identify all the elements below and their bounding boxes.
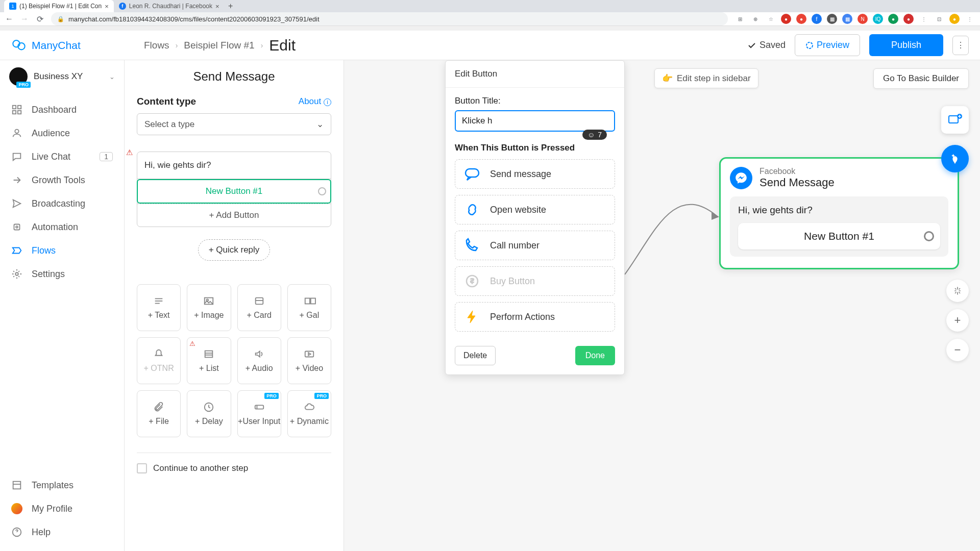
button-title-input[interactable] — [455, 110, 615, 132]
checkbox[interactable] — [137, 463, 147, 473]
delete-button[interactable]: Delete — [455, 346, 496, 365]
browser-tab[interactable]: f Leon R. Chaudhari | Facebook × — [114, 0, 225, 12]
emoji-icon[interactable]: ☺ — [587, 131, 595, 139]
ext-icon[interactable]: ● — [781, 14, 791, 24]
svg-rect-4 — [18, 106, 21, 109]
star-icon[interactable]: ☆ — [766, 14, 776, 24]
node-port[interactable] — [924, 231, 934, 241]
ext-icon[interactable]: ● — [903, 14, 914, 24]
action-call-number[interactable]: Call number — [455, 231, 615, 260]
ext-icon[interactable]: ⊡ — [934, 14, 944, 24]
app: ManyChat Flows › Beispiel Flow #1 › Edit… — [0, 31, 980, 551]
logo[interactable]: ManyChat — [11, 38, 118, 53]
sidebar-item-livechat[interactable]: Live Chat 1 — [0, 145, 124, 168]
ext-icon[interactable]: ● — [888, 14, 898, 24]
block-user-input[interactable]: PRO+User Input — [237, 390, 281, 437]
pro-badge: PRO — [264, 393, 279, 399]
ext-icon[interactable]: ⋮ — [919, 14, 929, 24]
block-video[interactable]: + Video — [287, 337, 331, 384]
block-gallery[interactable]: + Gal — [287, 284, 331, 331]
block-list[interactable]: ⚠+ List — [187, 337, 231, 384]
sidebar-item-templates[interactable]: Templates — [0, 473, 124, 497]
button-row-selected[interactable]: New Button #1 — [137, 179, 331, 204]
message-card[interactable]: ⚠ Hi, wie gehts dir? New Button #1 + Add… — [137, 152, 331, 227]
logo-text: ManyChat — [32, 39, 81, 52]
sidebar-item-automation[interactable]: Automation — [0, 215, 124, 239]
add-step-button[interactable] — [941, 106, 969, 134]
browser-tab-active[interactable]: 1 (1) Beispiel Flow #1 | Edit Con × — [4, 0, 114, 12]
url-text: manychat.com/fb181039443240830​9/cms/fil… — [68, 15, 320, 23]
topbar: ManyChat Flows › Beispiel Flow #1 › Edit… — [0, 31, 980, 60]
block-otnr[interactable]: + OTNR — [137, 337, 181, 384]
svg-rect-8 — [14, 224, 20, 230]
ext-icon[interactable]: ● — [796, 14, 806, 24]
add-button[interactable]: + Add Button — [137, 204, 331, 227]
close-icon[interactable]: × — [105, 3, 109, 10]
node-button[interactable]: New Button #1 — [738, 223, 940, 249]
publish-button[interactable]: Publish — [869, 34, 943, 56]
zoom-controls: + − — [946, 280, 969, 361]
sidebar-item-label: Help — [32, 527, 51, 538]
flow-node-send-message[interactable]: Facebook Send Message Hi, wie gehts dir?… — [719, 157, 959, 269]
zoom-in-button[interactable]: + — [946, 309, 969, 332]
menu-icon[interactable]: ⋮ — [965, 14, 975, 24]
block-card[interactable]: + Card — [237, 284, 281, 331]
ext-icon[interactable]: IQ — [873, 14, 883, 24]
flow-canvas[interactable]: Send Message Content type About i Select… — [125, 60, 980, 551]
action-open-website[interactable]: Open website — [455, 195, 615, 224]
breadcrumb-flows[interactable]: Flows — [144, 40, 169, 51]
button-port[interactable] — [318, 187, 326, 195]
block-audio[interactable]: + Audio — [237, 337, 281, 384]
about-link[interactable]: About i — [299, 96, 331, 107]
block-file[interactable]: + File — [137, 390, 181, 437]
quick-reply-button[interactable]: + Quick reply — [198, 239, 271, 261]
action-perform-actions[interactable]: Perform Actions — [455, 302, 615, 332]
new-tab-button[interactable]: + — [225, 0, 237, 12]
more-menu-button[interactable]: ⋮ — [952, 36, 969, 55]
account-switcher[interactable]: PRO Business XY ⌄ — [0, 60, 124, 93]
message-text[interactable]: Hi, wie gehts dir? — [137, 152, 331, 179]
sidebar-item-growth[interactable]: Growth Tools — [0, 168, 124, 192]
ext-icon[interactable]: ▦ — [827, 14, 837, 24]
block-image[interactable]: + Image — [187, 284, 231, 331]
content-type-select[interactable]: Select a type ⌄ — [137, 113, 331, 135]
profile-avatar-icon[interactable]: ● — [949, 14, 960, 24]
action-send-message[interactable]: Send message — [455, 159, 615, 189]
done-button[interactable]: Done — [575, 346, 615, 365]
saved-indicator: Saved — [747, 40, 786, 51]
translate-icon[interactable]: ⊞ — [735, 14, 745, 24]
block-delay[interactable]: + Delay — [187, 390, 231, 437]
forward-icon[interactable]: → — [20, 15, 29, 23]
breadcrumb-flow-name[interactable]: Beispiel Flow #1 — [184, 40, 254, 51]
sidebar-item-audience[interactable]: Audience — [0, 121, 124, 145]
url-field[interactable]: 🔒 manychat.com/fb181039443240830​9/cms/f… — [51, 12, 728, 26]
sidebar-item-dashboard[interactable]: Dashboard — [0, 98, 124, 121]
block-dynamic[interactable]: PRO+ Dynamic — [287, 390, 331, 437]
close-icon[interactable]: × — [215, 3, 219, 10]
preview-button[interactable]: Preview — [795, 34, 860, 56]
sidebar-item-broadcasting[interactable]: Broadcasting — [0, 192, 124, 215]
browser-chrome: 1 (1) Beispiel Flow #1 | Edit Con × f Le… — [0, 0, 980, 24]
sidebar-item-label: Live Chat — [32, 152, 70, 162]
sidebar-item-help[interactable]: Help — [0, 520, 124, 544]
assistant-button[interactable] — [941, 145, 969, 172]
block-label: + List — [199, 364, 219, 373]
sidebar-item-settings[interactable]: Settings — [0, 262, 124, 286]
sidebar-item-flows[interactable]: Flows — [0, 239, 124, 262]
card-icon — [252, 295, 266, 307]
edit-step-toolbar[interactable]: 👉 Edit step in sidebar — [654, 68, 758, 88]
basic-builder-button[interactable]: Go To Basic Builder — [873, 68, 969, 89]
block-text[interactable]: + Text — [137, 284, 181, 331]
action-buy-button[interactable]: Buy Button — [455, 266, 615, 296]
reload-icon[interactable]: ⟳ — [36, 15, 44, 23]
zoom-out-button[interactable]: − — [946, 339, 969, 361]
zoom-icon[interactable]: ⊕ — [750, 14, 761, 24]
ext-icon[interactable]: ▦ — [842, 14, 852, 24]
sidebar-item-profile[interactable]: My Profile — [0, 497, 124, 520]
back-icon[interactable]: ← — [5, 15, 13, 23]
auto-layout-button[interactable] — [946, 280, 969, 302]
sidebar-item-label: Automation — [32, 222, 78, 233]
ext-icon[interactable]: N — [857, 14, 868, 24]
ext-icon[interactable]: f — [812, 14, 822, 24]
continue-checkbox-row[interactable]: Continue to another step — [137, 463, 331, 473]
